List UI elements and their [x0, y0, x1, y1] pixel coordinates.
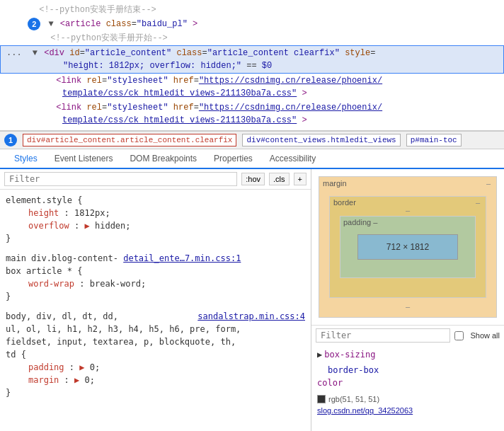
dom-line-article[interactable]: 2 ▼ <article class="baidu_pl" > [0, 17, 504, 31]
source-link-1[interactable]: detail_ente…7.min.css:1 [123, 253, 241, 263]
attr-class2-value: "article_content clearfix" [207, 48, 340, 58]
tag-link1-close: > [302, 88, 307, 98]
prop-name-boxsizing: box-sizing [324, 348, 375, 361]
attr-class: class [106, 19, 132, 29]
dom-line-link2: <link rel="stylesheet" href="https://csd… [0, 100, 504, 127]
hov-button[interactable]: :hov [241, 173, 265, 185]
style-prop-overflow: overflow : ▶ hidden; [6, 219, 305, 232]
style-selector-element: element.style { [6, 194, 305, 207]
selector-text-2b: box article * { [6, 266, 82, 276]
margin-dash: – [486, 179, 491, 188]
brace-close-2: } [6, 292, 11, 301]
triangle-icon-2: ▼ [33, 48, 38, 58]
tab-styles[interactable]: Styles [6, 149, 46, 169]
tag-div: <div [44, 48, 69, 58]
box-model: margin – border – padding – 712 × 1812 – [319, 176, 497, 318]
cls-button[interactable]: .cls [269, 173, 290, 185]
tag-link2: <link [56, 103, 86, 113]
tab-properties[interactable]: Properties [205, 149, 261, 169]
link1-rel: rel [86, 76, 102, 86]
arrow-icon-padding[interactable]: ▶ [79, 362, 84, 372]
margin-bottom-dash: – [406, 302, 410, 311]
tab-event-listeners[interactable]: Event Listeners [46, 149, 122, 169]
style-prop-height: height : 1812px; [6, 207, 305, 219]
breadcrumb-item-1[interactable]: div#content_views.htmledit_views [242, 134, 400, 146]
style-selector-body3: fieldset, input, textarea, p, blockquote… [6, 335, 305, 348]
attr-id-value: "article_content" [85, 48, 171, 58]
right-props-area: ▶ box-sizing border-box color rgb(51, 51… [311, 345, 504, 431]
styles-content: element.style { height : 1812px; overflo… [0, 190, 311, 431]
prop-val-padding: 0; [90, 362, 100, 372]
selector-text-3c: fieldset, input, textarea, p, blockquote… [6, 337, 236, 347]
link2-href: href [173, 103, 194, 113]
attr-style-value: "height: 1812px; overflow: hidden;" [63, 61, 241, 71]
style-selector-body2: ul, ol, li, h1, h2, h3, h4, h5, h6, pre,… [6, 323, 305, 335]
blog-url[interactable]: slog.csdn.net/qq_34252063 [317, 406, 498, 415]
selector-text-3d: td { [6, 350, 26, 360]
style-selector-body4: td { [6, 348, 305, 361]
style-close-2: } [6, 290, 305, 303]
badge-1: 1 [4, 134, 17, 146]
selector-text-1: element.style { [6, 195, 82, 205]
content-size: 712 × 1812 [386, 242, 429, 252]
prop-name-margin: margin [28, 375, 59, 385]
prop-row-boxsizing-val: border-box [317, 364, 498, 377]
dom-line-selected[interactable]: ... ▼ <div id="article_content" class="a… [0, 45, 504, 74]
breadcrumb-item-0[interactable]: div#article_content.article_content.clea… [23, 134, 236, 146]
comment-text-2: <!--python安装手册开始--> [50, 33, 168, 43]
dom-line-comment1: <!--python安装手册结束--> [0, 3, 504, 17]
prop-val-margin: 0; [85, 375, 95, 385]
brace-close-1: } [6, 234, 11, 243]
box-model-area: margin – border – padding – 712 × 1812 – [311, 169, 504, 325]
tab-dom-breakpoints[interactable]: DOM Breakpoints [121, 149, 205, 169]
tag-article-close: > [193, 19, 197, 29]
show-all-checkbox[interactable] [454, 331, 464, 340]
link1-href: href [173, 76, 194, 86]
breadcrumb-item-2[interactable]: p#main-toc [406, 134, 462, 146]
prop-name-wordwrap: word-wrap [28, 279, 74, 289]
style-block-main: main div.blog-content- detail_ente…7.min… [6, 252, 305, 303]
link1-rel-val: "stylesheet" [107, 76, 168, 86]
tag-link2-close: > [302, 115, 307, 125]
link2-rel: rel [86, 103, 102, 113]
equals-sign: == [246, 61, 262, 71]
prop-val-wordwrap: break-word; [90, 279, 146, 289]
prop-name-overflow: overflow [28, 221, 69, 231]
tabs-row: Styles Event Listeners DOM Breakpoints P… [0, 149, 504, 169]
breadcrumb-bar: 1 div#article_content.article_content.cl… [0, 131, 504, 149]
margin-label: margin [323, 179, 347, 188]
arrow-icon-margin[interactable]: ▶ [74, 375, 79, 385]
filter-input[interactable] [4, 172, 237, 186]
dots: ... [6, 48, 22, 58]
selector-text-3b: ul, ol, li, h1, h2, h3, h4, h5, h6, pre,… [6, 324, 241, 334]
content-box: 712 × 1812 [357, 234, 458, 260]
style-close-3: } [6, 386, 305, 399]
link2-rel-val: "stylesheet" [107, 103, 168, 113]
filter-bar: :hov .cls + [0, 169, 311, 190]
style-close-1: } [6, 232, 305, 245]
right-filter-input[interactable] [316, 328, 450, 343]
prop-colon-5: : [64, 375, 74, 385]
prop-colon-2: : [74, 221, 84, 231]
right-filter-area: Show all [311, 325, 504, 345]
triangle-icon: ▼ [48, 19, 53, 29]
selector-text-3a: body, div, dl, dt, dd, [6, 311, 118, 321]
prop-name-color: color [317, 377, 343, 389]
prop-val-height: 1812px; [74, 208, 110, 218]
tag-article: <article [60, 19, 106, 29]
plus-button[interactable]: + [294, 173, 307, 185]
style-prop-padding: padding : ▶ 0; [6, 361, 305, 374]
source-link-2[interactable]: sandalstrap.min.css:4 [197, 311, 305, 321]
dollar-var: $0 [262, 61, 272, 71]
prop-colon-1: : [64, 208, 74, 218]
prop-row-boxsizing: ▶ box-sizing [317, 348, 498, 361]
prop-row-color: color [317, 377, 498, 389]
left-panel: :hov .cls + element.style { height : 181… [0, 169, 311, 431]
arrow-icon-overflow[interactable]: ▶ [84, 221, 89, 231]
prop-arrow-boxsizing[interactable]: ▶ [317, 348, 322, 361]
tab-accessibility[interactable]: Accessibility [261, 149, 324, 169]
attr-style: style [345, 48, 370, 58]
padding-label: padding – [343, 218, 377, 226]
tag-link1: <link [56, 76, 86, 86]
bottom-status: rgb(51, 51, 51) [317, 395, 498, 403]
